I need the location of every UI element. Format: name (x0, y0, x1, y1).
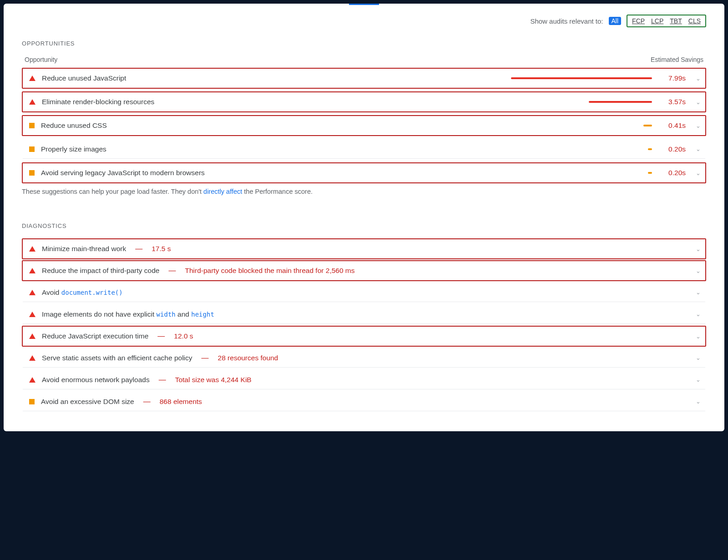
diagnostic-row[interactable]: Serve static assets with an efficient ca… (22, 348, 706, 368)
chevron-down-icon[interactable]: ⌄ (696, 246, 701, 252)
chevron-down-icon[interactable]: ⌄ (696, 122, 701, 129)
filter-all-button[interactable]: All (609, 17, 622, 25)
diagnostic-detail: Total size was 4,244 KiB (175, 376, 252, 384)
chevron-down-icon[interactable]: ⌄ (696, 376, 701, 383)
warning-triangle-icon (29, 290, 35, 295)
diagnostic-row[interactable]: Reduce the impact of third-party code—Th… (22, 260, 706, 281)
diagnostic-row[interactable]: Avoid document.write()⌄ (22, 282, 706, 303)
savings-bar (511, 125, 652, 126)
warning-triangle-icon (29, 312, 35, 317)
diagnostic-detail: 12.0 s (174, 332, 193, 340)
savings-value: 0.20s (658, 169, 686, 177)
warning-square-icon (29, 399, 35, 404)
chevron-down-icon[interactable]: ⌄ (696, 289, 701, 296)
opportunity-row[interactable]: Reduce unused JavaScript7.99s⌄ (22, 68, 706, 89)
savings-value: 0.20s (658, 145, 686, 153)
chevron-down-icon[interactable]: ⌄ (696, 267, 701, 274)
savings-bar (511, 172, 652, 174)
active-tab-indicator (349, 4, 379, 5)
savings-bar (511, 148, 652, 150)
warning-triangle-icon (29, 268, 35, 273)
lighthouse-panel: Show audits relevant to: All FCP LCP TBT… (4, 4, 724, 431)
opportunities-list: Reduce unused JavaScript7.99s⌄Eliminate … (22, 68, 706, 183)
opportunity-row[interactable]: Avoid serving legacy JavaScript to moder… (22, 162, 706, 183)
warning-triangle-icon (29, 355, 35, 361)
opportunity-title: Properly size images (41, 145, 106, 153)
directly-affect-link[interactable]: directly affect (203, 188, 242, 195)
diagnostic-title: Reduce JavaScript execution time (42, 332, 148, 340)
opportunity-row[interactable]: Properly size images0.20s⌄ (22, 139, 706, 160)
diagnostic-row[interactable]: Avoid an excessive DOM size—868 elements… (22, 391, 706, 412)
diagnostic-detail: Third-party code blocked the main thread… (185, 267, 354, 275)
warning-square-icon (29, 123, 35, 128)
filter-metrics-group: FCP LCP TBT CLS (627, 15, 706, 27)
diagnostic-title: Image elements do not have explicit widt… (42, 310, 214, 318)
warning-triangle-icon (29, 333, 35, 339)
diagnostic-detail: 17.5 s (152, 245, 171, 253)
diagnostic-title: Avoid document.write() (42, 288, 123, 297)
warning-square-icon (29, 146, 35, 152)
savings-value: 7.99s (658, 74, 686, 82)
opportunity-title: Reduce unused CSS (41, 121, 107, 130)
filter-label: Show audits relevant to: (530, 17, 603, 25)
filter-tbt[interactable]: TBT (670, 17, 682, 25)
savings-value: 0.41s (658, 121, 686, 130)
chevron-down-icon[interactable]: ⌄ (696, 170, 701, 177)
filter-fcp[interactable]: FCP (632, 17, 645, 25)
diagnostic-title: Avoid enormous network payloads (42, 376, 150, 384)
audit-filter-row: Show audits relevant to: All FCP LCP TBT… (22, 15, 706, 27)
chevron-down-icon[interactable]: ⌄ (696, 311, 701, 318)
warning-triangle-icon (29, 377, 35, 383)
chevron-down-icon[interactable]: ⌄ (696, 398, 701, 405)
warning-square-icon (29, 170, 35, 176)
warning-triangle-icon (29, 76, 35, 81)
opportunity-row[interactable]: Reduce unused CSS0.41s⌄ (22, 115, 706, 136)
col-savings: Estimated Savings (651, 56, 703, 63)
chevron-down-icon[interactable]: ⌄ (696, 75, 701, 82)
chevron-down-icon[interactable]: ⌄ (696, 333, 701, 340)
diagnostic-row[interactable]: Minimize main-thread work—17.5 s⌄ (22, 238, 706, 259)
savings-value: 3.57s (658, 98, 686, 106)
diagnostic-detail: 28 resources found (218, 354, 278, 362)
opportunity-title: Reduce unused JavaScript (42, 74, 126, 82)
col-opportunity: Opportunity (25, 56, 57, 63)
diagnostic-title: Reduce the impact of third-party code (42, 267, 159, 275)
opportunity-title: Eliminate render-blocking resources (42, 98, 154, 106)
chevron-down-icon[interactable]: ⌄ (696, 99, 701, 106)
opportunities-columns: Opportunity Estimated Savings (22, 56, 706, 68)
savings-bar (511, 77, 652, 79)
opportunities-heading: OPPORTUNITIES (22, 40, 706, 47)
diagnostic-detail: 868 elements (160, 398, 202, 406)
chevron-down-icon[interactable]: ⌄ (696, 146, 701, 152)
diagnostic-title: Minimize main-thread work (42, 245, 126, 253)
warning-triangle-icon (29, 99, 35, 105)
filter-cls[interactable]: CLS (688, 17, 701, 25)
diagnostic-title: Serve static assets with an efficient ca… (42, 354, 192, 362)
warning-triangle-icon (29, 246, 35, 252)
filter-lcp[interactable]: LCP (651, 17, 663, 25)
opportunities-help: These suggestions can help your page loa… (22, 188, 706, 195)
diagnostics-list: Minimize main-thread work—17.5 s⌄Reduce … (22, 238, 706, 412)
diagnostic-row[interactable]: Avoid enormous network payloads—Total si… (22, 369, 706, 390)
savings-bar (511, 101, 652, 103)
diagnostic-row[interactable]: Image elements do not have explicit widt… (22, 304, 706, 325)
opportunity-row[interactable]: Eliminate render-blocking resources3.57s… (22, 91, 706, 112)
diagnostic-title: Avoid an excessive DOM size (41, 398, 134, 406)
diagnostics-heading: DIAGNOSTICS (22, 222, 706, 229)
chevron-down-icon[interactable]: ⌄ (696, 354, 701, 361)
diagnostic-row[interactable]: Reduce JavaScript execution time—12.0 s⌄ (22, 326, 706, 347)
opportunity-title: Avoid serving legacy JavaScript to moder… (41, 169, 205, 177)
